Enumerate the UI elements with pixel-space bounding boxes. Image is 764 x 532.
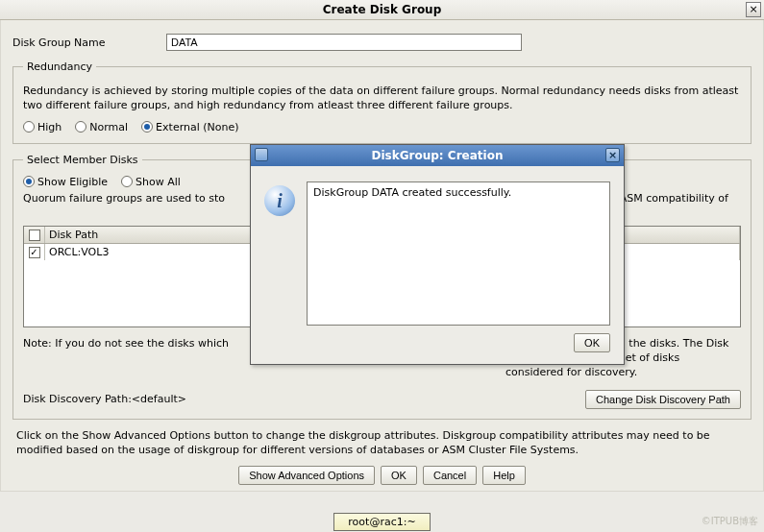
radio-icon [23,176,35,187]
redundancy-description: Redundancy is achieved by storing multip… [23,85,741,113]
redundancy-external-radio[interactable]: External (None) [141,121,238,133]
radio-label: Show All [136,176,181,188]
radio-label: High [37,121,62,133]
quorum-text-left: Quorum failure groups are used to sto [23,192,225,221]
radio-icon [121,176,133,187]
taskbar-terminal-button[interactable]: root@rac1:~ [333,513,430,531]
redundancy-normal-radio[interactable]: Normal [75,121,128,133]
footer-text: Click on the Show Advanced Options butto… [16,429,748,458]
dialog-close-button[interactable]: × [605,148,620,162]
change-discovery-path-button[interactable]: Change Disk Discovery Path [585,390,741,409]
show-all-radio[interactable]: Show All [121,176,181,188]
radio-icon [75,121,86,133]
redundancy-group: Redundancy Redundancy is achieved by sto… [12,60,752,144]
redundancy-high-radio[interactable]: High [23,121,62,133]
member-disks-legend: Select Member Disks [23,154,142,166]
dialog-ok-button[interactable]: OK [574,333,610,352]
disk-group-name-input[interactable] [166,34,522,51]
taskbar: root@rac1:~ [0,511,764,532]
row-checkbox[interactable] [29,247,40,258]
dialog-system-icon [255,148,268,161]
window-close-button[interactable]: × [746,2,761,17]
radio-label: Show Eligible [37,176,108,188]
header-checkbox-cell[interactable] [24,227,45,243]
help-button[interactable]: Help [482,466,526,485]
dialog-titlebar[interactable]: DiskGroup: Creation × [251,145,624,166]
radio-label: Normal [89,121,128,133]
checkbox-icon [29,230,40,241]
radio-icon [23,121,35,133]
discovery-path-label: Disk Discovery Path:<default> [23,393,186,405]
radio-label: External (None) [156,121,238,133]
watermark: ©ITPUB博客 [702,515,758,528]
window-title: Create Disk Group [323,3,442,16]
ok-button[interactable]: OK [381,466,417,485]
cancel-button[interactable]: Cancel [423,466,477,485]
disk-group-name-label: Disk Group Name [12,36,166,49]
show-advanced-options-button[interactable]: Show Advanced Options [238,466,375,485]
note-text-left: Note: If you do not see the disks which [23,337,229,380]
redundancy-legend: Redundancy [23,60,96,73]
info-icon: i [264,185,295,216]
window-titlebar: Create Disk Group × [0,0,764,20]
radio-icon [141,121,153,133]
creation-dialog: DiskGroup: Creation × i DiskGroup DATA c… [250,144,625,365]
dialog-message: DiskGroup DATA created successfully. [307,181,610,326]
dialog-title: DiskGroup: Creation [372,149,504,162]
show-eligible-radio[interactable]: Show Eligible [23,176,108,188]
